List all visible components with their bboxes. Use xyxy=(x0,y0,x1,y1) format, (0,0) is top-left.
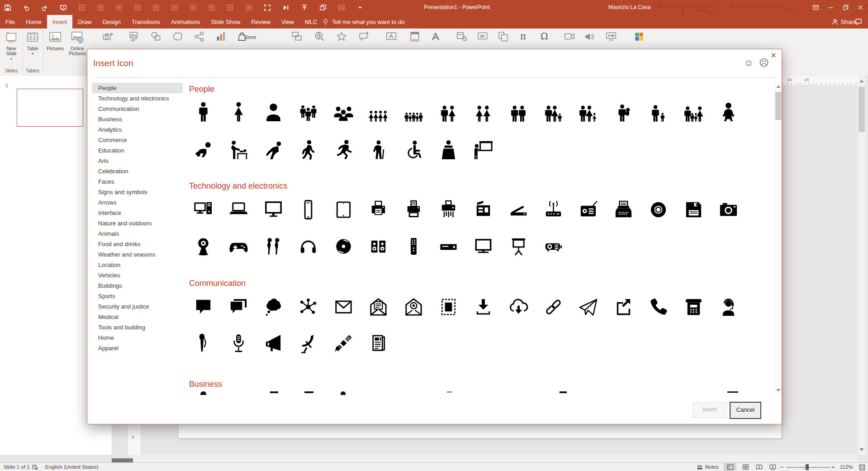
icon-chats[interactable] xyxy=(221,295,256,319)
icon-typewriter[interactable] xyxy=(606,198,641,221)
horizontal-scrollbar[interactable] xyxy=(133,455,858,462)
icon-cloud-download[interactable] xyxy=(501,295,536,319)
start-slideshow-icon[interactable] xyxy=(59,4,67,11)
pictures-button[interactable]: Pictures xyxy=(45,30,65,51)
category-education[interactable]: Education xyxy=(92,145,183,156)
icon-radio[interactable] xyxy=(571,198,606,221)
icon-women-group[interactable] xyxy=(361,100,396,124)
icon-satellite[interactable] xyxy=(326,331,361,355)
partial-icon[interactable] xyxy=(304,391,313,393)
icon-smartphone[interactable] xyxy=(291,198,326,221)
camera-icon[interactable] xyxy=(102,31,114,44)
category-arts[interactable]: Arts xyxy=(92,156,183,166)
category-technology-and-electronics[interactable]: Technology and electronics xyxy=(92,93,183,104)
icon-headphones[interactable] xyxy=(291,234,326,258)
feedback-frown-icon[interactable]: ☹ xyxy=(759,57,769,68)
icon-fax[interactable] xyxy=(396,198,431,221)
icon-stamp[interactable] xyxy=(431,295,466,319)
zoom-level[interactable]: 112% xyxy=(840,463,853,471)
partial-icon[interactable] xyxy=(341,391,346,395)
datetime-icon[interactable] xyxy=(456,31,468,44)
dialog-close-icon[interactable]: × xyxy=(771,50,776,60)
close-window-icon[interactable] xyxy=(854,0,867,15)
language-status[interactable]: English (United States) xyxy=(45,463,99,471)
icon-remote-control[interactable] xyxy=(396,234,431,258)
album-icon[interactable] xyxy=(128,31,140,44)
icon-desk-phone[interactable] xyxy=(676,295,711,319)
video-icon[interactable] xyxy=(564,31,575,44)
category-faces[interactable]: Faces xyxy=(92,176,183,187)
category-commerce[interactable]: Commerce xyxy=(92,135,183,145)
ribbon-display-options-icon[interactable] xyxy=(809,0,822,15)
shapes-icon[interactable] xyxy=(150,31,162,44)
audio-icon[interactable] xyxy=(583,31,595,44)
icon-paper-plane[interactable] xyxy=(571,295,606,319)
wordart-icon[interactable] xyxy=(430,31,441,44)
icon-game-controller[interactable] xyxy=(221,234,256,258)
icon-laptop[interactable] xyxy=(221,198,256,221)
icon-tv[interactable] xyxy=(466,234,501,258)
category-signs-and-symbols[interactable]: Signs and symbols xyxy=(92,187,183,197)
icon-team[interactable] xyxy=(326,100,361,124)
chart-icon[interactable] xyxy=(215,31,227,44)
icon-chat[interactable] xyxy=(186,295,221,319)
tab-mlc[interactable]: MLC xyxy=(299,15,323,29)
comments-button[interactable] xyxy=(855,15,862,29)
category-sports[interactable]: Sports xyxy=(92,291,183,301)
icon-webcam[interactable] xyxy=(186,234,221,258)
partial-icon[interactable] xyxy=(560,391,567,393)
undo-icon[interactable] xyxy=(22,4,30,11)
dialog-scrollbar[interactable] xyxy=(774,83,782,394)
share-button[interactable]: Share xyxy=(831,15,857,29)
slide-sorter-button[interactable] xyxy=(739,463,752,471)
upload-icon[interactable] xyxy=(300,4,308,11)
category-tools-and-building[interactable]: Tools and building xyxy=(92,322,183,333)
dialog-scroll-down-icon[interactable] xyxy=(776,389,781,391)
mlc-tool-icon[interactable] xyxy=(208,4,215,11)
screenrec-icon[interactable] xyxy=(605,31,617,44)
icon-envelope-open[interactable] xyxy=(361,295,396,319)
object-icon[interactable] xyxy=(498,31,509,44)
category-medical[interactable]: Medical xyxy=(92,312,183,322)
icon-satellite-dish[interactable] xyxy=(291,331,326,355)
zoom-in-button[interactable]: + xyxy=(831,463,835,471)
dialog-scroll-thumb[interactable] xyxy=(775,92,781,120)
icon-person-crouch[interactable] xyxy=(256,138,291,162)
icon-earbuds[interactable] xyxy=(256,234,291,258)
mlc-tool-icon[interactable] xyxy=(78,4,85,11)
mlc-tool-icon[interactable] xyxy=(171,4,178,11)
category-people[interactable]: People xyxy=(92,83,183,93)
icon-family-kids[interactable] xyxy=(676,100,711,124)
icon-phone-handset[interactable] xyxy=(641,295,676,319)
qat-dropdown-icon[interactable] xyxy=(356,4,364,11)
category-vehicles[interactable]: Vehicles xyxy=(92,270,183,281)
slideshow-button[interactable] xyxy=(766,463,779,471)
icon-parent-child[interactable] xyxy=(641,100,676,124)
image-tool-icon[interactable] xyxy=(337,4,345,11)
category-weather-and-seasons[interactable]: Weather and seasons xyxy=(92,249,183,260)
equation-icon[interactable]: π xyxy=(520,31,526,42)
icon-family-child[interactable] xyxy=(571,100,606,124)
mlc-tool-icon[interactable] xyxy=(189,4,197,11)
notes-button[interactable]: Notes xyxy=(697,463,719,471)
mlc-tool-icon[interactable] xyxy=(226,4,234,11)
tab-animations[interactable]: Animations xyxy=(166,15,205,29)
partial-icon[interactable] xyxy=(447,391,452,393)
minimize-icon[interactable] xyxy=(824,0,837,15)
category-interface[interactable]: Interface xyxy=(92,208,183,218)
fullscreen-icon[interactable] xyxy=(263,4,271,11)
shapes2-icon[interactable] xyxy=(172,31,184,44)
spellcheck-icon[interactable] xyxy=(32,463,38,471)
fit-to-window-button[interactable] xyxy=(856,463,868,471)
category-nature-and-outdoors[interactable]: Nature and outdoors xyxy=(92,218,183,228)
icon-family-one-child[interactable] xyxy=(536,100,571,124)
icon-elderly-cane[interactable] xyxy=(361,138,396,162)
icon-floppy-disk[interactable] xyxy=(676,198,711,221)
icon-copier[interactable] xyxy=(466,198,501,221)
icon-envelope-at[interactable] xyxy=(396,295,431,319)
category-communication[interactable]: Communication xyxy=(92,104,183,114)
new-slide-button[interactable]: New Slide ▾ xyxy=(1,30,22,62)
icon-person-female[interactable] xyxy=(221,100,256,124)
icon-disc[interactable] xyxy=(326,234,361,258)
category-apparel[interactable]: Apparel xyxy=(92,343,183,353)
